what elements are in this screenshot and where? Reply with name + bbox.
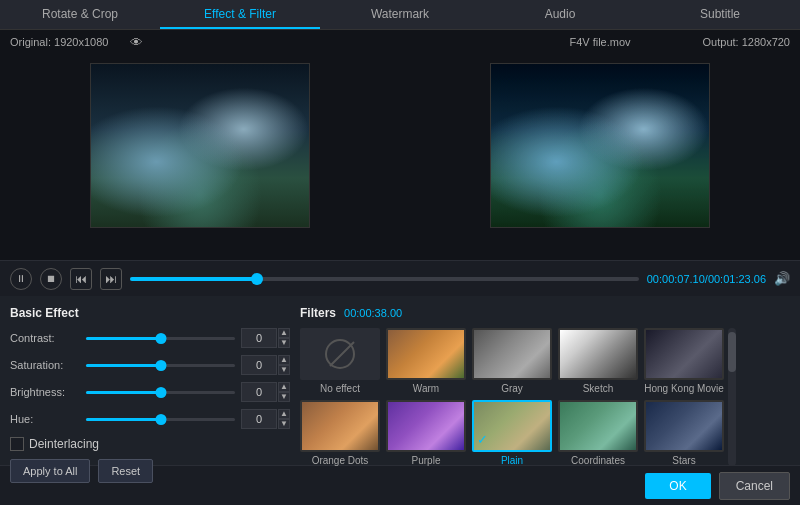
brightness-fill — [86, 391, 161, 394]
filter-thumb-stars — [644, 400, 724, 452]
contrast-value[interactable]: 0 — [241, 328, 277, 348]
basic-effect-panel: Basic Effect Contrast: 0 ▲ ▼ Saturation: — [10, 306, 290, 455]
contrast-thumb[interactable] — [155, 333, 166, 344]
contrast-down[interactable]: ▼ — [278, 338, 290, 348]
filter-thumb-sketch — [558, 328, 638, 380]
filter-item-warm[interactable]: Warm — [386, 328, 466, 394]
top-tabs: Rotate & Crop Effect & Filter Watermark … — [0, 0, 800, 30]
filter-thumb-hk-movie — [644, 328, 724, 380]
saturation-value[interactable]: 0 — [241, 355, 277, 375]
hue-row: Hue: 0 ▲ ▼ — [10, 409, 290, 429]
tab-audio[interactable]: Audio — [480, 0, 640, 29]
stop-button[interactable]: ⏹ — [40, 268, 62, 290]
contrast-spinner: ▲ ▼ — [278, 328, 290, 348]
filters-content: No effect Warm Gray — [300, 328, 790, 466]
output-label: Output: 1280x720 — [703, 36, 790, 48]
filters-panel: Filters 00:00:38.00 No effect — [300, 306, 790, 455]
tab-rotate-crop[interactable]: Rotate & Crop — [0, 0, 160, 29]
cancel-button[interactable]: Cancel — [719, 472, 790, 500]
saturation-value-container: 0 ▲ ▼ — [241, 355, 290, 375]
filter-item-stars[interactable]: Stars — [644, 400, 724, 466]
brightness-up[interactable]: ▲ — [278, 382, 290, 392]
apply-to-all-button[interactable]: Apply to All — [10, 459, 90, 483]
progress-bar[interactable] — [130, 277, 639, 281]
filter-item-coordinates[interactable]: Coordinates — [558, 400, 638, 466]
filter-thumb-plain: ✓ — [472, 400, 552, 452]
preview-area: Original: 1920x1080 👁 F4V file.mov Outpu… — [0, 30, 800, 260]
tab-subtitle[interactable]: Subtitle — [640, 0, 800, 29]
volume-icon[interactable]: 🔊 — [774, 271, 790, 286]
filter-thumb-warm — [386, 328, 466, 380]
filters-scrollbar-thumb[interactable] — [728, 332, 736, 372]
filter-name-sketch: Sketch — [583, 383, 614, 394]
contrast-value-container: 0 ▲ ▼ — [241, 328, 290, 348]
filter-name-coordinates: Coordinates — [571, 455, 625, 466]
sketch-canvas — [560, 330, 636, 378]
deinterlacing-label: Deinterlacing — [29, 437, 99, 451]
reset-button[interactable]: Reset — [98, 459, 153, 483]
filter-name-warm: Warm — [413, 383, 439, 394]
filter-item-gray[interactable]: Gray — [472, 328, 552, 394]
filter-name-purple: Purple — [412, 455, 441, 466]
prev-frame-button[interactable]: ⏮ — [70, 268, 92, 290]
hue-value[interactable]: 0 — [241, 409, 277, 429]
saturation-down[interactable]: ▼ — [278, 365, 290, 375]
eye-icon[interactable]: 👁 — [130, 35, 143, 50]
orange-dots-canvas — [302, 402, 378, 450]
hue-down[interactable]: ▼ — [278, 419, 290, 429]
deinterlacing-checkbox[interactable] — [10, 437, 24, 451]
hue-label: Hue: — [10, 413, 80, 425]
bottom-panel: Basic Effect Contrast: 0 ▲ ▼ Saturation: — [0, 296, 800, 465]
contrast-row: Contrast: 0 ▲ ▼ — [10, 328, 290, 348]
tab-watermark[interactable]: Watermark — [320, 0, 480, 29]
brightness-thumb[interactable] — [155, 387, 166, 398]
pause-button[interactable]: ⏸ — [10, 268, 32, 290]
ok-button[interactable]: OK — [645, 473, 710, 499]
filter-item-no-effect[interactable]: No effect — [300, 328, 380, 394]
brightness-down[interactable]: ▼ — [278, 392, 290, 402]
contrast-slider[interactable] — [86, 337, 235, 340]
saturation-fill — [86, 364, 161, 367]
filter-item-plain[interactable]: ✓ Plain — [472, 400, 552, 466]
filter-name-hk-movie: Hong Kong Movie — [644, 383, 724, 394]
filter-item-sketch[interactable]: Sketch — [558, 328, 638, 394]
filters-time-badge: 00:00:38.00 — [344, 307, 402, 319]
filter-name-no-effect: No effect — [320, 383, 360, 394]
purple-canvas — [388, 402, 464, 450]
preview-left: Original: 1920x1080 👁 — [0, 30, 400, 260]
contrast-label: Contrast: — [10, 332, 80, 344]
original-label: Original: 1920x1080 — [10, 36, 108, 48]
brightness-value-container: 0 ▲ ▼ — [241, 382, 290, 402]
coords-canvas — [560, 402, 636, 450]
filters-scrollbar[interactable] — [728, 328, 736, 466]
selected-checkmark: ✓ — [477, 432, 488, 447]
controls-bar: ⏸ ⏹ ⏮ ⏭ 00:00:07.10/00:01:23.06 🔊 — [0, 260, 800, 296]
saturation-thumb[interactable] — [155, 360, 166, 371]
hue-up[interactable]: ▲ — [278, 409, 290, 419]
tab-effect-filter[interactable]: Effect & Filter — [160, 0, 320, 29]
brightness-value[interactable]: 0 — [241, 382, 277, 402]
original-video-canvas — [91, 64, 309, 227]
hue-value-container: 0 ▲ ▼ — [241, 409, 290, 429]
saturation-slider[interactable] — [86, 364, 235, 367]
brightness-slider[interactable] — [86, 391, 235, 394]
next-frame-button[interactable]: ⏭ — [100, 268, 122, 290]
original-video-thumb — [90, 63, 310, 228]
hk-movie-canvas — [646, 330, 722, 378]
brightness-label: Brightness: — [10, 386, 80, 398]
filter-name-gray: Gray — [501, 383, 523, 394]
filter-item-orange-dots[interactable]: Orange Dots — [300, 400, 380, 466]
basic-effect-title: Basic Effect — [10, 306, 290, 320]
filter-item-purple[interactable]: Purple — [386, 400, 466, 466]
output-video-thumb — [490, 63, 710, 228]
hue-thumb[interactable] — [155, 414, 166, 425]
action-buttons: Apply to All Reset — [10, 459, 290, 483]
saturation-up[interactable]: ▲ — [278, 355, 290, 365]
contrast-up[interactable]: ▲ — [278, 328, 290, 338]
hue-fill — [86, 418, 161, 421]
stars-canvas — [646, 402, 722, 450]
progress-thumb[interactable] — [251, 273, 263, 285]
hue-slider[interactable] — [86, 418, 235, 421]
filter-item-hk-movie[interactable]: Hong Kong Movie — [644, 328, 724, 394]
saturation-spinner: ▲ ▼ — [278, 355, 290, 375]
